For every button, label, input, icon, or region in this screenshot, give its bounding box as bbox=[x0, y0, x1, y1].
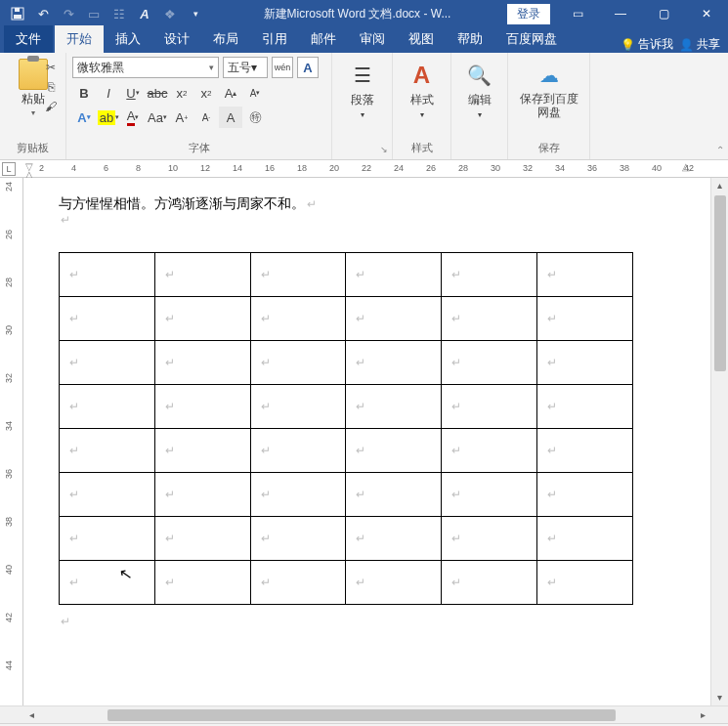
change-case-button[interactable]: Aa▾ bbox=[146, 107, 169, 128]
table-cell[interactable]: ↵ bbox=[250, 253, 346, 297]
table-cell[interactable]: ↵ bbox=[537, 341, 633, 385]
undo-icon[interactable]: ↶ bbox=[31, 2, 55, 25]
table-cell[interactable]: ↵ bbox=[442, 473, 537, 517]
char-border-button[interactable]: A bbox=[297, 57, 319, 78]
table-cell[interactable]: ↵ bbox=[442, 297, 537, 341]
table-cell[interactable]: ↵ bbox=[60, 297, 155, 341]
table-cell[interactable]: ↵ bbox=[154, 297, 250, 341]
table-cell[interactable]: ↵ bbox=[346, 429, 442, 473]
table-cell[interactable]: ↵ bbox=[250, 473, 346, 517]
ruler-horizontal[interactable]: L ▽ △ △ 24681012141618202224262830323436… bbox=[0, 160, 728, 178]
format-painter-icon[interactable]: 🖌 bbox=[41, 98, 61, 115]
scroll-left-icon[interactable]: ◂ bbox=[23, 709, 39, 720]
phonetic-guide-button[interactable]: wén bbox=[272, 57, 293, 78]
editing-button[interactable]: 🔍 编辑▾ bbox=[457, 57, 501, 123]
italic-button[interactable]: I bbox=[97, 82, 120, 104]
tab-layout[interactable]: 布局 bbox=[201, 25, 250, 53]
redo-icon[interactable]: ↷ bbox=[57, 2, 80, 25]
table-row[interactable]: ↵↵↵↵↵↵ bbox=[60, 385, 633, 429]
qat-btn-1[interactable]: ▭ bbox=[82, 2, 106, 25]
table-cell[interactable]: ↵ bbox=[250, 341, 346, 385]
share-button[interactable]: 👤共享 bbox=[679, 36, 720, 53]
scrollbar-horizontal[interactable]: ◂ ▸ bbox=[0, 705, 728, 723]
table-cell[interactable]: ↵ bbox=[442, 517, 537, 561]
tab-file[interactable]: 文件 bbox=[4, 25, 53, 53]
qat-btn-2[interactable]: ☷ bbox=[107, 2, 131, 25]
grow-font-2-button[interactable]: A+ bbox=[170, 107, 193, 128]
underline-button[interactable]: U▾ bbox=[121, 82, 145, 104]
qat-more-icon[interactable]: ▾ bbox=[184, 2, 207, 25]
table-cell[interactable]: ↵ bbox=[442, 561, 537, 605]
tab-home[interactable]: 开始 bbox=[55, 25, 104, 53]
table-cell[interactable]: ↵ bbox=[346, 341, 442, 385]
ruler-vertical[interactable]: 2426283032343638404244 bbox=[0, 178, 23, 705]
subscript-button[interactable]: x2 bbox=[170, 82, 193, 104]
font-color-button[interactable]: A▾ bbox=[121, 107, 145, 128]
table-cell[interactable]: ↵ bbox=[537, 297, 633, 341]
strike-button[interactable]: abc bbox=[146, 82, 169, 104]
tab-help[interactable]: 帮助 bbox=[446, 25, 494, 53]
table-row[interactable]: ↵↵↵↵↵↵ bbox=[60, 429, 633, 473]
tab-review[interactable]: 审阅 bbox=[348, 25, 397, 53]
minimize-icon[interactable]: — bbox=[599, 0, 642, 27]
copy-icon[interactable]: ⎘ bbox=[41, 78, 61, 96]
close-icon[interactable]: ✕ bbox=[685, 0, 728, 27]
scroll-thumb[interactable] bbox=[107, 709, 616, 721]
table-cell[interactable]: ↵ bbox=[154, 517, 250, 561]
login-button[interactable]: 登录 bbox=[507, 4, 550, 24]
font-size-combo[interactable]: 五号▾ bbox=[223, 57, 268, 78]
table-cell[interactable]: ↵ bbox=[346, 297, 442, 341]
qat-btn-3[interactable]: A bbox=[133, 2, 156, 25]
table-row[interactable]: ↵↵↵↵↵↵ bbox=[60, 253, 633, 297]
bold-button[interactable]: B bbox=[72, 82, 96, 104]
table-cell[interactable]: ↵ bbox=[250, 297, 346, 341]
table-cell[interactable]: ↵ bbox=[250, 517, 346, 561]
table-cell[interactable]: ↵ bbox=[154, 561, 250, 605]
highlight-button[interactable]: ab▾ bbox=[97, 107, 120, 128]
tab-insert[interactable]: 插入 bbox=[104, 25, 152, 53]
table-cell[interactable]: ↵ bbox=[250, 429, 346, 473]
paragraph-button[interactable]: ☰ 段落▾ bbox=[338, 57, 386, 123]
table-row[interactable]: ↵↵↵↵↵↵ bbox=[60, 473, 633, 517]
tab-references[interactable]: 引用 bbox=[250, 25, 299, 53]
document-area[interactable]: 与方惺惺相惜。方鸿渐逐渐与周家不和。↵ ↵ ↵↵↵↵↵↵↵↵↵↵↵↵↵↵↵↵↵↵… bbox=[23, 178, 710, 705]
table-cell[interactable]: ↵ bbox=[60, 561, 155, 605]
table-cell[interactable]: ↵ bbox=[154, 473, 250, 517]
font-name-combo[interactable]: 微软雅黑▾ bbox=[72, 57, 219, 78]
scroll-thumb[interactable] bbox=[714, 195, 726, 371]
enclose-char-button[interactable]: ㊕ bbox=[243, 107, 267, 128]
save-icon[interactable] bbox=[6, 2, 29, 25]
table-row[interactable]: ↵↵↵↵↵↵ bbox=[60, 297, 633, 341]
tell-me[interactable]: 💡告诉我 bbox=[621, 36, 673, 53]
tab-baidu[interactable]: 百度网盘 bbox=[494, 25, 569, 53]
char-shading-button[interactable]: A bbox=[219, 107, 242, 128]
tab-design[interactable]: 设计 bbox=[152, 25, 201, 53]
paragraph-text[interactable]: 与方惺惺相惜。方鸿渐逐渐与周家不和。↵ bbox=[59, 195, 681, 213]
dialog-launcher-icon[interactable]: ↘ bbox=[380, 145, 388, 154]
document-table[interactable]: ↵↵↵↵↵↵↵↵↵↵↵↵↵↵↵↵↵↵↵↵↵↵↵↵↵↵↵↵↵↵↵↵↵↵↵↵↵↵↵↵… bbox=[59, 252, 633, 605]
table-cell[interactable]: ↵ bbox=[60, 253, 155, 297]
table-cell[interactable]: ↵ bbox=[537, 561, 633, 605]
table-cell[interactable]: ↵ bbox=[154, 385, 250, 429]
shrink-font-2-button[interactable]: A- bbox=[194, 107, 218, 128]
table-cell[interactable]: ↵ bbox=[60, 517, 155, 561]
table-cell[interactable]: ↵ bbox=[346, 473, 442, 517]
table-cell[interactable]: ↵ bbox=[346, 517, 442, 561]
tab-mail[interactable]: 邮件 bbox=[299, 25, 348, 53]
table-cell[interactable]: ↵ bbox=[154, 429, 250, 473]
tab-view[interactable]: 视图 bbox=[397, 25, 446, 53]
table-cell[interactable]: ↵ bbox=[537, 253, 633, 297]
table-cell[interactable]: ↵ bbox=[154, 253, 250, 297]
tab-selector[interactable]: L bbox=[2, 162, 16, 176]
table-cell[interactable]: ↵ bbox=[60, 473, 155, 517]
table-cell[interactable]: ↵ bbox=[442, 341, 537, 385]
cut-icon[interactable]: ✂ bbox=[41, 59, 61, 76]
qat-btn-4[interactable]: ❖ bbox=[158, 2, 182, 25]
table-cell[interactable]: ↵ bbox=[250, 385, 346, 429]
table-cell[interactable]: ↵ bbox=[442, 253, 537, 297]
superscript-button[interactable]: x2 bbox=[194, 82, 218, 104]
table-cell[interactable]: ↵ bbox=[537, 429, 633, 473]
scroll-down-icon[interactable]: ▾ bbox=[711, 690, 728, 705]
table-cell[interactable]: ↵ bbox=[537, 385, 633, 429]
table-row[interactable]: ↵↵↵↵↵↵ bbox=[60, 341, 633, 385]
